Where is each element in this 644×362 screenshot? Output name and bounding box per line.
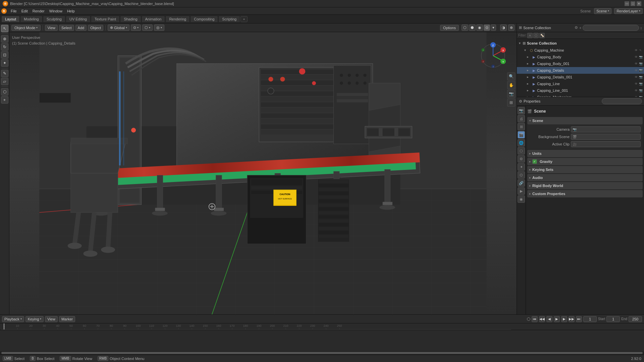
tab-rendering[interactable]: Rendering <box>165 16 190 22</box>
capping-details001-toggle[interactable]: ▸ <box>527 75 531 79</box>
tab-shading[interactable]: Shading <box>120 16 141 22</box>
filter-bone-button[interactable]: 🦴 <box>539 33 545 38</box>
vis-render-body[interactable]: 📷 <box>639 55 643 59</box>
tab-uv-editing[interactable]: UV Editing <box>66 16 91 22</box>
close-button[interactable]: ✕ <box>637 1 641 6</box>
capping-body-toggle[interactable]: ▸ <box>527 55 531 59</box>
viewport[interactable]: CAUTION HOT SURFACE <box>9 32 517 314</box>
tab-layout[interactable]: Layout <box>1 16 20 22</box>
tab-scripting[interactable]: Scripting <box>218 16 240 22</box>
capping-mechanism-toggle[interactable]: ▸ <box>527 95 531 97</box>
snap-button[interactable]: ⬡ ▾ <box>142 24 153 31</box>
vis-render-line[interactable]: 📷 <box>639 82 643 86</box>
outliner-new-icon[interactable]: + <box>579 26 581 30</box>
menu-window[interactable]: Window <box>47 8 64 14</box>
rigid-body-world-section-header[interactable]: ▸ Rigid Body World <box>527 182 643 189</box>
select-menu-button[interactable]: Select <box>59 25 74 31</box>
vis-eye-details[interactable]: 👁 <box>634 68 638 72</box>
tool-scale[interactable]: ⊡ <box>1 51 8 59</box>
vis-render-line001[interactable]: 📷 <box>639 88 643 93</box>
tab-texture-paint[interactable]: Texture Paint <box>91 16 120 22</box>
tool-transform[interactable]: ✦ <box>1 59 8 67</box>
tab-modeling[interactable]: Modeling <box>20 16 43 22</box>
jump-to-start-button[interactable]: ⏮ <box>532 316 538 322</box>
active-clip-value[interactable]: 🎥 <box>571 141 641 147</box>
gravity-section-header[interactable]: ▸ ✓ Gravity <box>527 158 643 165</box>
vis-render-body001[interactable]: 📷 <box>639 62 643 66</box>
menu-help[interactable]: Help <box>65 8 77 14</box>
grid-overlay-button[interactable]: ⊞ <box>507 99 515 107</box>
prop-tab-constraints[interactable]: 🔗 <box>518 179 525 187</box>
current-frame-input[interactable]: 1 <box>583 316 597 322</box>
vis-render-details[interactable]: 📷 <box>639 68 643 72</box>
prop-tab-view-layer[interactable]: ⊞ <box>518 123 525 130</box>
prop-tab-particles[interactable]: ✦ <box>518 163 525 171</box>
outliner-item-capping-body-001[interactable]: ▸ ▶ Capping_Body_001 👁 📷 <box>517 60 644 67</box>
scene-section-header[interactable]: ▾ Scene <box>527 117 643 124</box>
timeline-scrollbar[interactable] <box>0 351 644 355</box>
capping-body001-toggle[interactable]: ▸ <box>527 62 531 66</box>
outliner-item-capping-line[interactable]: ▸ ▶ Capping_Line 👁 📷 <box>517 80 644 87</box>
prop-tab-data[interactable]: ▶ <box>518 187 525 195</box>
end-frame-input[interactable]: 250 <box>629 316 642 322</box>
vis-cursor[interactable]: ↖ <box>639 48 643 52</box>
solid-shading-button[interactable]: ⬢ <box>469 24 476 31</box>
timeline-view-button[interactable]: View <box>45 316 58 322</box>
minimize-button[interactable]: — <box>625 1 629 6</box>
outliner-item-capping-body[interactable]: ▸ ▶ Capping_Body 👁 📷 <box>517 54 644 60</box>
vis-eye-details001[interactable]: 👁 <box>634 75 638 79</box>
prop-tab-object[interactable]: ⬡ <box>518 147 525 155</box>
outliner-filter-icon[interactable]: ⚙ <box>575 25 578 30</box>
timeline-content[interactable] <box>0 330 644 355</box>
render-layer-selector[interactable]: RenderLayer ▾ <box>614 8 643 14</box>
search-overlay-button[interactable]: 🔍 <box>507 72 515 80</box>
vis-render-details001[interactable]: 📷 <box>639 75 643 79</box>
tab-animation[interactable]: Animation <box>142 16 165 22</box>
vis-eye-body001[interactable]: 👁 <box>634 62 638 66</box>
capping-machine-toggle[interactable]: ▾ <box>524 48 528 52</box>
step-forward-button[interactable]: ▶ <box>561 316 567 322</box>
jump-to-end-button[interactable]: ⏭ <box>576 316 582 322</box>
background-scene-value[interactable]: 🎬 <box>571 134 641 140</box>
camera-overlay-button[interactable]: 📷 <box>507 90 515 98</box>
tool-annotate[interactable]: ✎ <box>1 70 8 77</box>
prop-tab-physics[interactable]: ⌬ <box>518 171 525 179</box>
start-frame-input[interactable]: 1 <box>606 316 620 322</box>
vis-eye-line[interactable]: 👁 <box>634 82 638 86</box>
rendered-shading-button[interactable]: ⊙ <box>484 24 490 31</box>
units-section-header[interactable]: ▸ Units <box>527 150 643 157</box>
outliner-item-capping-line-001[interactable]: ▸ ▶ Capping_Line_001 👁 📷 <box>517 87 644 94</box>
marker-button[interactable]: Marker <box>59 316 75 322</box>
pivot-button[interactable]: ⊙ ▾ <box>131 24 141 31</box>
vis-eye[interactable]: 👁 <box>634 48 638 52</box>
menu-edit[interactable]: Edit <box>19 8 30 14</box>
shading-options-button[interactable]: ▾ <box>491 24 496 31</box>
outliner-item-capping-details-001[interactable]: ▸ ▶ Capping_Details_001 👁 📷 <box>517 74 644 80</box>
prop-tab-world[interactable]: 🌐 <box>518 139 525 146</box>
step-back-button[interactable]: ◀ <box>546 316 552 322</box>
add-workspace-button[interactable]: + <box>240 16 247 22</box>
keying-sets-section-header[interactable]: ▸ Keying Sets <box>527 166 643 173</box>
outliner-search-input[interactable] <box>583 25 639 31</box>
capping-line001-toggle[interactable]: ▸ <box>527 88 531 93</box>
audio-section-header[interactable]: ▸ Audio <box>527 174 643 181</box>
tool-move[interactable]: ⊕ <box>1 35 8 43</box>
overlay-button[interactable]: ◑ <box>500 24 507 31</box>
capping-details-toggle[interactable]: ▸ <box>527 68 531 72</box>
tool-add-cube[interactable]: ⬡ <box>1 88 8 96</box>
nav-gizmo[interactable]: X Y Z -X -Y -Z <box>480 42 506 69</box>
outliner-item-capping-mechanism[interactable]: ▸ ▶ Capping_Mechanism 👁 📷 <box>517 94 644 97</box>
tab-compositing[interactable]: Compositing <box>190 16 218 22</box>
capping-line-toggle[interactable]: ▸ <box>527 82 531 86</box>
add-menu-button[interactable]: Add <box>75 25 87 31</box>
tool-rotate[interactable]: ↻ <box>1 43 8 51</box>
tool-measure[interactable]: ▱ <box>1 78 8 85</box>
timeline-scrollbar-thumb[interactable] <box>1 352 643 354</box>
object-mode-button[interactable]: Object Mode ▾ <box>11 25 41 31</box>
view-menu-button[interactable]: View <box>45 25 58 31</box>
menu-file[interactable]: File <box>9 8 19 14</box>
prop-tab-modifier[interactable]: ⚙ <box>518 155 525 163</box>
custom-props-section-header[interactable]: ▸ Custom Properties <box>527 190 643 197</box>
prop-tab-output[interactable]: 🖨 <box>518 115 525 122</box>
gizmo-button[interactable]: ⊕ <box>508 24 515 31</box>
